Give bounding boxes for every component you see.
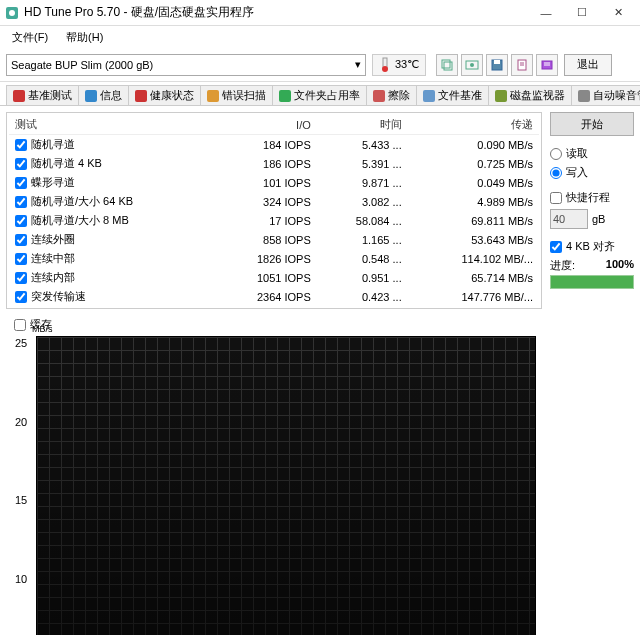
table-row[interactable]: 连续中部1826 IOPS0.548 ...114.102 MB/... [9,249,539,268]
col-time[interactable]: 时间 [317,115,408,135]
row-time: 5.391 ... [317,154,408,173]
tab-5[interactable]: 擦除 [366,85,417,105]
tab-4[interactable]: 文件夹占用率 [272,85,367,105]
read-radio[interactable] [550,148,562,160]
tab-3[interactable]: 错误扫描 [200,85,273,105]
tab-1[interactable]: 信息 [78,85,129,105]
tab-icon [279,90,291,102]
tab-7[interactable]: 磁盘监视器 [488,85,572,105]
close-button[interactable]: ✕ [600,2,636,24]
align-checkbox[interactable] [550,241,562,253]
svg-point-1 [9,10,15,16]
y-tick: 25 [15,337,27,349]
copy-text-icon[interactable] [511,54,533,76]
svg-rect-18 [279,90,291,102]
cache-checkbox-row: 缓存 [14,317,542,332]
svg-point-3 [382,66,388,72]
row-time: 5.433 ... [317,135,408,155]
row-io: 1826 IOPS [213,249,316,268]
fastseek-checkbox[interactable] [550,192,562,204]
read-label: 读取 [566,146,588,161]
align-label: 4 KB 对齐 [566,239,615,254]
row-rate: 69.811 MB/s [408,211,539,230]
tab-0[interactable]: 基准测试 [6,85,79,105]
svg-point-7 [470,63,474,67]
temperature-display: 33℃ [372,54,426,76]
maximize-button[interactable]: ☐ [564,2,600,24]
row-name: 连续外圈 [31,233,75,245]
write-radio[interactable] [550,167,562,179]
tab-bar: 基准测试信息健康状态错误扫描文件夹占用率擦除文件基准磁盘监视器自动噪音管理随机存… [0,82,640,106]
chart-area: 252015105 [36,336,536,635]
row-checkbox[interactable] [15,177,27,189]
minimize-button[interactable]: — [528,2,564,24]
tab-2[interactable]: 健康状态 [128,85,201,105]
toolbar: Seagate BUP Slim (2000 gB) ▾ 33℃ 退出 [0,48,640,82]
start-button[interactable]: 开始 [550,112,634,136]
app-icon [4,5,20,21]
table-row[interactable]: 随机寻道/大小 8 MB17 IOPS58.084 ...69.811 MB/s [9,211,539,230]
progress-label: 进度: [550,258,575,273]
row-time: 3.082 ... [317,192,408,211]
tab-icon [135,90,147,102]
fastseek-row[interactable]: 快捷行程 [550,190,634,205]
tab-label: 错误扫描 [222,88,266,103]
align-row[interactable]: 4 KB 对齐 [550,239,634,254]
read-radio-row[interactable]: 读取 [550,146,634,161]
table-row[interactable]: 蝶形寻道101 IOPS9.871 ...0.049 MB/s [9,173,539,192]
row-checkbox[interactable] [15,139,27,151]
svg-rect-14 [13,90,25,102]
row-rate: 4.989 MB/s [408,192,539,211]
progress-bar [550,275,634,289]
table-row[interactable]: 突发传输速2364 IOPS0.423 ...147.776 MB/... [9,287,539,306]
row-checkbox[interactable] [15,291,27,303]
row-checkbox[interactable] [15,196,27,208]
settings-icon[interactable] [536,54,558,76]
speed-input [550,209,588,229]
col-io[interactable]: I/O [213,115,316,135]
row-checkbox[interactable] [15,253,27,265]
table-row[interactable]: 随机寻道 4 KB186 IOPS5.391 ...0.725 MB/s [9,154,539,173]
row-time: 58.084 ... [317,211,408,230]
row-rate: 0.049 MB/s [408,173,539,192]
col-rate[interactable]: 传递 [408,115,539,135]
write-radio-row[interactable]: 写入 [550,165,634,180]
screenshot-icon[interactable] [461,54,483,76]
tab-8[interactable]: 自动噪音管理 [571,85,640,105]
table-row[interactable]: 随机寻道/大小 64 KB324 IOPS3.082 ...4.989 MB/s [9,192,539,211]
exit-button[interactable]: 退出 [564,54,612,76]
chart-fade [37,337,535,635]
svg-rect-21 [495,90,507,102]
tab-icon [207,90,219,102]
menu-file[interactable]: 文件(F) [4,28,56,47]
table-row[interactable]: 连续内部1051 IOPS0.951 ...65.714 MB/s [9,268,539,287]
tab-label: 基准测试 [28,88,72,103]
row-checkbox[interactable] [15,158,27,170]
table-row[interactable]: 随机寻道184 IOPS5.433 ...0.090 MB/s [9,135,539,155]
menu-help[interactable]: 帮助(H) [58,28,111,47]
cache-checkbox[interactable] [14,319,26,331]
save-icon[interactable] [486,54,508,76]
row-time: 1.165 ... [317,230,408,249]
left-panel: 测试 I/O 时间 传递 随机寻道184 IOPS5.433 ...0.090 … [6,112,542,635]
tab-label: 磁盘监视器 [510,88,565,103]
tab-label: 文件夹占用率 [294,88,360,103]
row-rate: 53.643 MB/s [408,230,539,249]
row-name: 随机寻道 4 KB [31,157,102,169]
row-checkbox[interactable] [15,272,27,284]
chevron-down-icon: ▾ [355,58,361,71]
tab-icon [13,90,25,102]
tab-6[interactable]: 文件基准 [416,85,489,105]
chart-y-unit: MB/s [32,324,53,334]
drive-select[interactable]: Seagate BUP Slim (2000 gB) ▾ [6,54,366,76]
row-checkbox[interactable] [15,215,27,227]
table-row[interactable]: 连续外圈858 IOPS1.165 ...53.643 MB/s [9,230,539,249]
chart-y-labels: 252015105 [15,337,27,635]
row-rate: 0.090 MB/s [408,135,539,155]
chart-container: MB/s 252015105 [36,336,536,635]
speed-row: gB [550,209,634,229]
row-io: 2364 IOPS [213,287,316,306]
row-checkbox[interactable] [15,234,27,246]
col-test[interactable]: 测试 [9,115,213,135]
copy-icon[interactable] [436,54,458,76]
